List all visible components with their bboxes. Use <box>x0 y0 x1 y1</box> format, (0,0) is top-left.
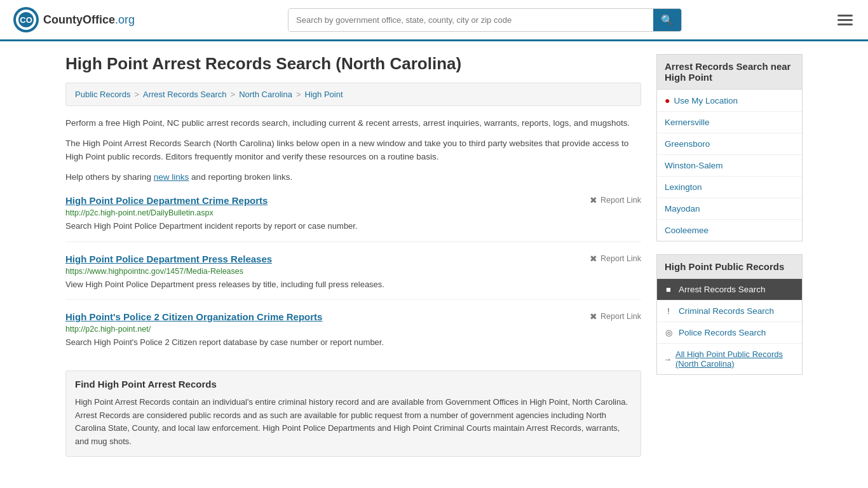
logo-area: CO CountyOffice.org <box>13 6 135 33</box>
description-3-pre: Help others by sharing <box>65 172 154 182</box>
search-input[interactable] <box>288 9 653 31</box>
record-list: High Point Police Department Crime Repor… <box>65 195 641 358</box>
report-link-1[interactable]: ✖ Report Link <box>590 254 641 264</box>
find-section-desc: High Point Arrest Records contain an ind… <box>75 396 632 449</box>
pr-item-0[interactable]: ■ Arrest Records Search <box>657 279 802 301</box>
breadcrumb-arrest-records[interactable]: Arrest Records Search <box>143 90 227 99</box>
report-link-0[interactable]: ✖ Report Link <box>590 195 641 205</box>
sidebar-nearby-section: Arrest Records Search near High Point ● … <box>656 54 803 241</box>
breadcrumb-sep-2: > <box>231 90 236 99</box>
pr-item-container-1[interactable]: ! Criminal Records Search <box>657 301 802 322</box>
description-2: The High Point Arrest Records Search (No… <box>65 137 641 164</box>
breadcrumb-sep-3: > <box>296 90 301 99</box>
nearby-location-6[interactable]: Cooleemee <box>657 220 802 241</box>
content-area: High Point Arrest Records Search (North … <box>65 54 641 457</box>
logo-icon: CO <box>13 6 39 33</box>
record-desc-0: Search High Point Police Department inci… <box>65 220 641 233</box>
pr-item-container-2[interactable]: ◎ Police Records Search <box>657 322 802 343</box>
nearby-location-2[interactable]: Greensboro <box>657 133 802 155</box>
nearby-link-3[interactable]: Winston-Salem <box>657 155 802 176</box>
find-section-title: Find High Point Arrest Records <box>75 379 632 390</box>
find-section: Find High Point Arrest Records High Poin… <box>65 370 641 457</box>
location-pin-icon: ● <box>665 95 670 105</box>
pr-all-link[interactable]: All High Point Public Records (North Car… <box>675 349 796 369</box>
record-item-2: High Point's Police 2 Citizen Organizati… <box>65 311 641 358</box>
sidebar-public-records-title: High Point Public Records <box>656 254 803 279</box>
record-url-2[interactable]: http://p2c.high-point.net/ <box>65 325 641 334</box>
record-item-0: High Point Police Department Crime Repor… <box>65 195 641 242</box>
main-container: High Point Arrest Records Search (North … <box>53 41 815 470</box>
nearby-link-5[interactable]: Mayodan <box>657 198 802 219</box>
pr-all-arrow-icon: → <box>663 355 672 364</box>
nearby-location-4[interactable]: Lexington <box>657 177 802 198</box>
new-links-link[interactable]: new links <box>154 172 189 182</box>
report-link-icon-0: ✖ <box>590 195 597 205</box>
record-url-0[interactable]: http://p2c.high-point.net/DailyBulletin.… <box>65 208 641 217</box>
pr-all-container[interactable]: → All High Point Public Records (North C… <box>657 344 802 374</box>
nearby-link-4[interactable]: Lexington <box>657 177 802 198</box>
record-header-2: High Point's Police 2 Citizen Organizati… <box>65 311 641 322</box>
pr-icon-1: ! <box>663 306 674 316</box>
pr-label-0[interactable]: Arrest Records Search <box>679 285 766 294</box>
menu-line-3 <box>837 24 853 25</box>
sidebar-nearby-list: ● Use My Location Kernersville Greensbor… <box>656 90 803 241</box>
use-location-label: Use My Location <box>674 96 738 105</box>
record-header-0: High Point Police Department Crime Repor… <box>65 195 641 206</box>
record-title-2[interactable]: High Point's Police 2 Citizen Organizati… <box>65 311 322 322</box>
use-location-item[interactable]: ● Use My Location <box>657 90 802 112</box>
search-button[interactable]: 🔍 <box>653 9 681 31</box>
menu-button[interactable] <box>835 12 855 28</box>
nearby-link-2[interactable]: Greensboro <box>657 133 802 154</box>
logo-text: CountyOffice.org <box>43 13 135 27</box>
search-bar-area: 🔍 <box>288 8 682 32</box>
pr-icon-0: ■ <box>663 285 674 294</box>
report-link-label-0: Report Link <box>600 196 641 205</box>
report-link-icon-2: ✖ <box>590 311 597 322</box>
pr-item-1[interactable]: ! Criminal Records Search <box>657 301 802 322</box>
report-link-2[interactable]: ✖ Report Link <box>590 311 641 322</box>
breadcrumb-public-records[interactable]: Public Records <box>75 90 130 99</box>
sidebar-nearby-title: Arrest Records Search near High Point <box>656 54 803 90</box>
header: CO CountyOffice.org 🔍 <box>0 0 868 41</box>
search-bar: 🔍 <box>288 8 682 32</box>
nearby-location-3[interactable]: Winston-Salem <box>657 155 802 177</box>
pr-item-2[interactable]: ◎ Police Records Search <box>657 322 802 344</box>
pr-icon-2: ◎ <box>663 328 674 337</box>
report-link-label-1: Report Link <box>600 254 641 263</box>
record-header-1: High Point Police Department Press Relea… <box>65 254 641 264</box>
pr-label-2[interactable]: Police Records Search <box>679 328 766 337</box>
nearby-location-5[interactable]: Mayodan <box>657 198 802 220</box>
record-item-1: High Point Police Department Press Relea… <box>65 254 641 301</box>
breadcrumb: Public Records > Arrest Records Search >… <box>65 83 641 106</box>
description-3-post: and reporting broken links. <box>189 172 292 182</box>
nearby-link-1[interactable]: Kernersville <box>657 112 802 133</box>
pr-label-1[interactable]: Criminal Records Search <box>679 306 774 316</box>
record-title-0[interactable]: High Point Police Department Crime Repor… <box>65 195 268 206</box>
pr-item-container-0[interactable]: ■ Arrest Records Search <box>657 279 802 300</box>
page-title: High Point Arrest Records Search (North … <box>65 54 641 74</box>
description-3: Help others by sharing new links and rep… <box>65 170 641 184</box>
report-link-icon-1: ✖ <box>590 254 597 264</box>
use-location-button[interactable]: ● Use My Location <box>657 90 802 111</box>
nearby-location-1[interactable]: Kernersville <box>657 112 802 133</box>
public-records-list: ■ Arrest Records Search ! Criminal Recor… <box>656 279 803 375</box>
record-desc-2: Search High Point's Police 2 Citizen rep… <box>65 336 641 349</box>
pr-all-item[interactable]: → All High Point Public Records (North C… <box>657 344 802 374</box>
record-url-1[interactable]: https://www.highpointnc.gov/1457/Media-R… <box>65 267 641 276</box>
menu-line-1 <box>837 15 853 17</box>
description-1: Perform a free High Point, NC public arr… <box>65 116 641 130</box>
record-desc-1: View High Point Police Department press … <box>65 278 641 291</box>
breadcrumb-north-carolina[interactable]: North Carolina <box>239 90 292 99</box>
sidebar-public-records-section: High Point Public Records ■ Arrest Recor… <box>656 254 803 375</box>
breadcrumb-high-point[interactable]: High Point <box>305 90 343 99</box>
record-title-1[interactable]: High Point Police Department Press Relea… <box>65 254 272 264</box>
svg-text:CO: CO <box>20 15 32 25</box>
breadcrumb-sep-1: > <box>134 90 139 99</box>
sidebar: Arrest Records Search near High Point ● … <box>656 54 803 457</box>
nearby-link-6[interactable]: Cooleemee <box>657 220 802 241</box>
menu-line-2 <box>837 19 853 21</box>
report-link-label-2: Report Link <box>600 312 641 321</box>
